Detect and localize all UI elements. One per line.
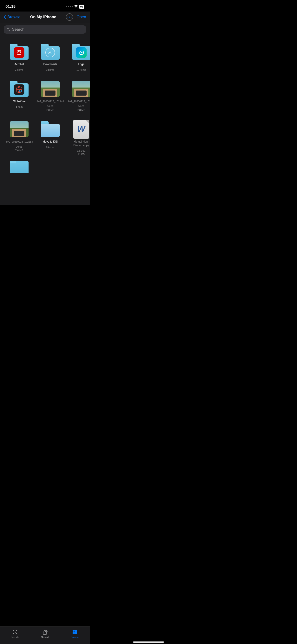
folder-movetoios-name: Move to iOS	[42, 140, 58, 144]
search-placeholder: Search	[12, 27, 24, 32]
file-mutual[interactable]: W Mutual Non-Disclo...copy 12/1/2241 KB	[66, 116, 90, 161]
globe-app-icon	[14, 84, 24, 95]
nav-title: On My iPhone	[30, 15, 56, 19]
img2-thumbnail	[72, 81, 90, 97]
img1-thumbnail	[41, 81, 60, 97]
svg-point-0	[68, 16, 68, 18]
status-icons: 94	[66, 4, 84, 9]
status-time: 01:15	[6, 4, 16, 9]
file-img2[interactable]: IMG_20230225_102148 00:057.8 MB	[66, 76, 90, 116]
file-img2-name: IMG_20230225_102148	[68, 100, 90, 103]
open-button[interactable]: Open	[76, 15, 86, 19]
svg-point-2	[71, 16, 72, 18]
folder-globeone-icon	[10, 81, 28, 97]
signal-icon	[66, 6, 73, 7]
folder-acrobat[interactable]: Acrobat 2 items	[4, 39, 35, 76]
back-button[interactable]: Browse	[4, 15, 20, 19]
folder-globeone[interactable]: GlobeOne 1 item	[4, 76, 35, 116]
file-mutual-name: Mutual Non-Disclo...copy	[68, 140, 90, 147]
folder-edge-icon	[72, 44, 90, 60]
file-img1-meta: 00:057.8 MB	[46, 105, 54, 112]
search-icon	[6, 28, 10, 31]
file-img3-name: IMG_20230225_102153	[6, 140, 33, 143]
nav-actions: Open	[66, 13, 86, 21]
folder-globeone-name: GlobeOne	[13, 100, 26, 104]
folder-downloads-icon	[41, 44, 60, 60]
wifi-icon	[74, 5, 78, 8]
main-content: Acrobat 2 items Downloads 3 items	[0, 36, 90, 182]
file-img2-meta: 00:057.8 MB	[77, 105, 85, 112]
folder-edge[interactable]: Edge 10 items	[66, 39, 90, 76]
more-button[interactable]	[66, 13, 73, 21]
folder-downloads-meta: 3 items	[46, 68, 54, 72]
edge-app-icon	[76, 47, 86, 58]
search-bar[interactable]: Search	[4, 25, 86, 34]
file-img1[interactable]: IMG_20230225_102146 00:057.8 MB	[35, 76, 66, 116]
folder-downloads[interactable]: Downloads 3 items	[35, 39, 66, 76]
search-container: Search	[0, 23, 90, 36]
folder-acrobat-name: Acrobat	[14, 63, 24, 66]
battery-icon: 94	[79, 4, 84, 9]
folder-partial[interactable]	[4, 161, 35, 177]
status-bar: 01:15 94	[0, 0, 90, 12]
folder-downloads-name: Downloads	[43, 63, 57, 66]
file-grid: Acrobat 2 items Downloads 3 items	[4, 39, 86, 182]
img3-thumbnail	[10, 122, 28, 137]
word-doc-icon: W	[73, 120, 89, 139]
folder-movetoios[interactable]: Move to iOS 0 items	[35, 116, 66, 161]
folder-movetoios-icon	[41, 122, 60, 137]
folder-acrobat-meta: 2 items	[15, 68, 23, 72]
folder-edge-name: Edge	[78, 63, 84, 66]
folder-movetoios-meta: 0 items	[46, 146, 54, 149]
file-img3-meta: 00:057.6 MB	[15, 145, 23, 152]
acrobat-app-icon	[14, 47, 24, 58]
folder-acrobat-icon	[10, 44, 28, 60]
back-label: Browse	[7, 15, 20, 19]
file-img3[interactable]: IMG_20230225_102153 00:057.6 MB	[4, 116, 35, 161]
folder-globeone-meta: 1 item	[16, 105, 22, 109]
file-mutual-meta: 12/1/2241 KB	[77, 149, 86, 156]
file-img1-name: IMG_20230225_102146	[36, 100, 64, 103]
partial-folder-icon	[10, 161, 28, 173]
svg-point-1	[69, 16, 70, 18]
svg-line-4	[9, 30, 10, 31]
nav-bar: Browse On My iPhone Open	[0, 12, 90, 23]
folder-edge-meta: 10 items	[76, 68, 86, 72]
